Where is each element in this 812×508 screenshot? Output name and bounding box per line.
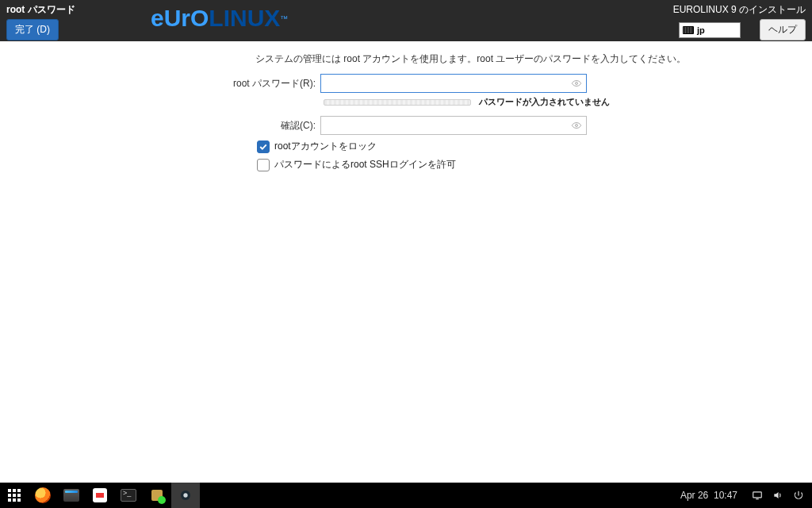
lock-root-row: rootアカウントをロック (257, 140, 796, 153)
anaconda-icon (178, 487, 193, 503)
confirm-password-row: 確認(C): (16, 116, 796, 135)
taskbar-files[interactable] (57, 483, 86, 508)
svg-point-1 (576, 125, 578, 127)
install-title: EUROLINUX 9 のインストール (673, 3, 806, 16)
taskbar-date: Apr 26 (680, 490, 708, 501)
keyboard-icon (683, 26, 694, 34)
taskbar-anaconda[interactable] (171, 483, 200, 508)
done-button[interactable]: 完了 (D) (6, 19, 59, 40)
ssh-login-label: パスワードによるroot SSHログインを許可 (274, 158, 456, 171)
description-text: システムの管理には root アカウントを使用します。root ユーザーのパスワ… (255, 52, 796, 66)
firefox-icon (35, 487, 51, 503)
distro-logo: eUrOLINUX™ (151, 5, 288, 32)
grid-icon (8, 489, 21, 502)
lock-root-label: rootアカウントをロック (274, 140, 377, 153)
reveal-confirm-icon[interactable] (571, 120, 582, 131)
header-left: root パスワード 完了 (D) (0, 0, 82, 41)
main-content: システムの管理には root アカウントを使用します。root ユーザーのパスワ… (0, 41, 812, 183)
taskbar-installer-media[interactable] (143, 483, 171, 508)
password-strength-text: パスワードが入力されていません (479, 96, 610, 108)
root-password-input[interactable] (320, 74, 587, 93)
taskbar-firefox[interactable] (29, 483, 57, 508)
svg-point-0 (576, 83, 578, 85)
terminal-icon (121, 489, 136, 502)
header-right: EUROLINUX 9 のインストール jp ヘルプ (667, 0, 812, 41)
root-password-wrap (320, 74, 587, 93)
keyboard-layout-indicator[interactable]: jp (679, 22, 741, 38)
confirm-password-input[interactable] (320, 116, 587, 135)
activities-button[interactable] (0, 483, 29, 508)
password-strength-bar (324, 99, 471, 106)
display-icon (752, 490, 763, 501)
logo-euro: eUrO (151, 5, 209, 32)
logo-tm: ™ (280, 14, 288, 23)
taskbar-clock[interactable]: Apr 26 10:47 (680, 490, 737, 501)
shopping-bag-icon (93, 488, 107, 502)
header-bar: root パスワード 完了 (D) eUrOLINUX™ EUROLINUX 9… (0, 0, 812, 41)
svg-point-3 (183, 493, 187, 497)
taskbar: Apr 26 10:47 (0, 483, 812, 508)
root-password-row: root パスワード(R): (16, 74, 796, 93)
password-strength-row: パスワードが入力されていません (16, 96, 796, 108)
root-password-label: root パスワード(R): (16, 77, 320, 90)
ssh-login-row: パスワードによるroot SSHログインを許可 (257, 158, 796, 171)
volume-icon (772, 490, 783, 501)
svg-rect-5 (756, 498, 759, 499)
keyboard-layout-code: jp (697, 25, 705, 35)
page-title: root パスワード (6, 3, 75, 16)
reveal-password-icon[interactable] (571, 78, 582, 89)
confirm-password-wrap (320, 116, 587, 135)
logo-linux: LINUX (209, 5, 280, 32)
svg-rect-4 (753, 492, 762, 498)
header-right-controls: jp ヘルプ (679, 19, 806, 40)
disk-install-icon (149, 487, 165, 503)
system-tray[interactable] (752, 490, 804, 501)
help-button[interactable]: ヘルプ (760, 19, 806, 40)
taskbar-terminal[interactable] (114, 483, 143, 508)
confirm-password-label: 確認(C): (16, 119, 320, 133)
ssh-login-checkbox[interactable] (257, 159, 270, 171)
power-icon (793, 490, 804, 501)
taskbar-time: 10:47 (714, 490, 737, 501)
lock-root-checkbox[interactable] (257, 140, 270, 153)
taskbar-software[interactable] (86, 483, 114, 508)
files-icon (63, 489, 79, 502)
